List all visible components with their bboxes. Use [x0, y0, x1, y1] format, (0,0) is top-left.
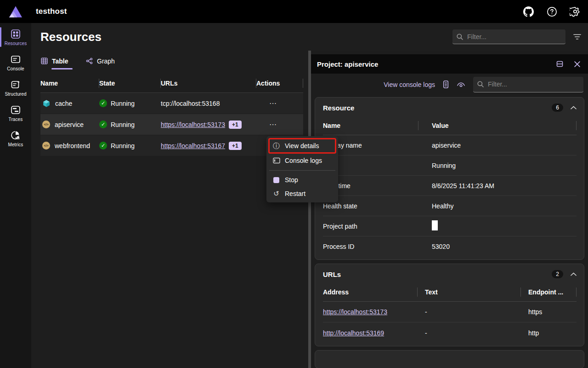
traces-icon — [10, 104, 21, 115]
structured-logs-icon — [10, 79, 21, 90]
running-check-icon: ✓ — [99, 142, 107, 150]
view-console-logs-link[interactable]: View console logs — [384, 81, 435, 88]
details-filter-input[interactable] — [488, 80, 580, 88]
resource-state: Running — [111, 100, 135, 107]
graph-share-icon — [85, 57, 93, 65]
app-title: testhost — [36, 7, 67, 16]
details-panel-header: Project: apiservice — [311, 54, 588, 74]
search-icon — [456, 33, 464, 40]
row-actions-button[interactable]: ⋯ — [256, 120, 303, 129]
urls-section-title: URLs — [323, 270, 341, 278]
resources-table: Name State URLs Actions cache ✓ Running … — [40, 74, 303, 156]
topbar: testhost — [0, 0, 588, 23]
property-value: Healthy — [432, 202, 453, 210]
page-header: Resources — [31, 23, 588, 51]
url-address-link[interactable]: https://localhost:53173 — [323, 308, 387, 316]
tab-table[interactable]: Table — [40, 57, 73, 69]
masked-value-block — [432, 220, 438, 230]
property-name: Start time — [323, 182, 426, 190]
details-panel: Project: apiservice View console logs R — [311, 51, 588, 368]
col-urls: URLs — [161, 74, 256, 92]
property-row: Health stateHealthy — [323, 196, 577, 216]
url-endpoint: https — [528, 308, 577, 316]
property-name: Display name — [323, 142, 426, 149]
filter-funnel-icon[interactable] — [573, 33, 582, 40]
resource-section: Resource 6 Name Value Display nameapiser… — [315, 97, 584, 260]
next-section-sliver — [315, 350, 584, 368]
console-logs-icon — [273, 157, 280, 164]
info-icon: ⓘ — [273, 142, 280, 150]
table-grid-icon — [40, 57, 48, 65]
close-icon[interactable] — [574, 61, 581, 68]
resources-filter[interactable] — [452, 29, 565, 44]
container-icon — [42, 99, 51, 108]
property-row: Process ID53020 — [323, 236, 577, 257]
property-name: Health state — [323, 202, 426, 210]
eye-icon[interactable] — [457, 81, 465, 88]
table-row-cache[interactable]: cache ✓ Running tcp://localhost:53168 ⋯ — [40, 93, 303, 114]
row-actions-button[interactable]: ⋯ — [256, 99, 303, 108]
search-icon — [477, 80, 484, 88]
property-row: Project path — [323, 216, 577, 236]
github-icon[interactable] — [523, 6, 534, 17]
project-code-icon: </> — [42, 142, 50, 150]
view-tabs: TableGraph — [40, 57, 308, 69]
chevron-up-icon[interactable] — [571, 106, 577, 109]
help-icon[interactable] — [546, 6, 557, 17]
more-urls-badge[interactable]: +1 — [229, 142, 242, 150]
tab-graph[interactable]: Graph — [85, 57, 118, 69]
property-name: Process ID — [323, 243, 426, 250]
sidebar-item-metrics[interactable]: Metrics — [0, 127, 31, 150]
property-value: apiservice — [432, 142, 461, 149]
col-name: Name — [40, 74, 99, 92]
resource-section-title: Resource — [323, 104, 354, 112]
more-urls-badge[interactable]: +1 — [229, 121, 242, 129]
running-check-icon: ✓ — [99, 99, 107, 107]
resource-url-link[interactable]: https://localhost:53167 — [161, 142, 225, 150]
sidebar: Resources Console Structured Traces Metr… — [0, 23, 31, 368]
resource-url-link[interactable]: https://localhost:53173 — [161, 121, 225, 128]
urls-count-badge: 2 — [552, 270, 563, 278]
stop-icon — [273, 177, 279, 183]
menu-item-restart[interactable]: ↺Restart — [268, 187, 336, 201]
resources-filter-input[interactable] — [467, 33, 562, 40]
property-value: 8/6/2025 11:41:23 AM — [432, 182, 494, 190]
url-text: - — [425, 308, 528, 316]
sidebar-item-resources[interactable]: Resources — [0, 26, 31, 48]
sidebar-item-structured[interactable]: Structured — [0, 76, 31, 99]
resource-name: webfrontend — [55, 142, 90, 150]
resource-count-badge: 6 — [552, 104, 563, 112]
row-context-menu: ⓘView detailsConsole logsStop↺Restart — [266, 136, 338, 202]
resource-name: apiservice — [55, 121, 84, 128]
aspire-logo — [0, 6, 31, 17]
url-endpoint: http — [528, 329, 577, 337]
sidebar-item-console[interactable]: Console — [0, 51, 31, 74]
document-icon[interactable] — [443, 80, 449, 88]
property-name: Project path — [323, 223, 426, 230]
details-panel-title: Project: apiservice — [317, 60, 378, 68]
property-row: Display nameapiservice — [323, 135, 577, 155]
url-address-link[interactable]: http://localhost:53169 — [323, 329, 384, 337]
urls-table-header: Address Text Endpoint ... — [323, 282, 577, 302]
url-text: - — [425, 329, 528, 337]
details-toolbar: View console logs — [311, 74, 588, 95]
grid-icon — [10, 29, 21, 40]
table-row-webfrontend[interactable]: </> webfrontend ✓ Running https://localh… — [40, 135, 303, 156]
property-row: StateRunning — [323, 155, 577, 176]
page-title: Resources — [40, 30, 102, 44]
resources-pane: TableGraph Name State URLs Actions cache… — [31, 51, 308, 368]
sidebar-item-traces[interactable]: Traces — [0, 102, 31, 124]
col-state: State — [99, 74, 161, 92]
resource-state: Running — [111, 142, 135, 150]
property-value: Running — [432, 162, 456, 169]
settings-gear-icon[interactable] — [570, 6, 581, 17]
chevron-up-icon[interactable] — [571, 272, 577, 276]
table-row-apiservice[interactable]: </> apiservice ✓ Running https://localho… — [40, 114, 303, 135]
resources-table-header: Name State URLs Actions — [40, 74, 303, 93]
menu-item-view-details[interactable]: ⓘView details — [268, 138, 336, 154]
menu-item-stop[interactable]: Stop — [268, 173, 336, 187]
details-filter[interactable] — [473, 77, 583, 92]
property-value: 53020 — [432, 243, 450, 250]
menu-item-console-logs[interactable]: Console logs — [268, 154, 336, 167]
split-panel-icon[interactable] — [556, 60, 564, 68]
